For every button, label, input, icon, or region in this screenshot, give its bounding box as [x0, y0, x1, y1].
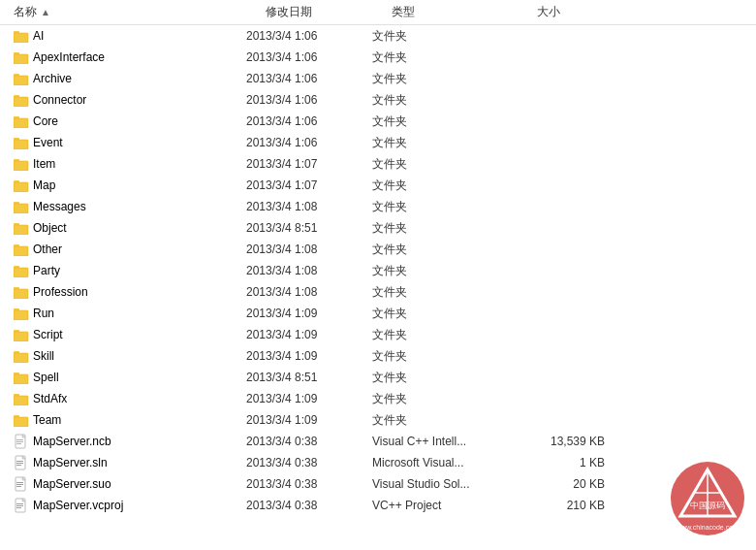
file-name: Core: [14, 114, 246, 128]
file-name: Connector: [14, 93, 246, 107]
file-date: 2013/3/4 1:06: [246, 114, 372, 128]
folder-icon: [14, 243, 29, 256]
file-date: 2013/3/4 1:07: [246, 178, 372, 192]
file-icon: [14, 434, 29, 449]
file-size: 210 KB: [518, 499, 614, 512]
file-type: 文件夹: [372, 370, 518, 386]
folder-icon: [14, 93, 29, 107]
list-item[interactable]: Map 2013/3/4 1:07 文件夹: [0, 175, 756, 196]
file-name: MapServer.suo: [14, 476, 246, 492]
folder-icon: [14, 413, 29, 427]
file-name: Archive: [14, 72, 246, 85]
file-date: 2013/3/4 1:08: [246, 264, 372, 277]
file-date: 2013/3/4 1:06: [246, 29, 372, 43]
file-size: 20 KB: [518, 477, 614, 491]
list-item[interactable]: Connector 2013/3/4 1:06 文件夹: [0, 89, 756, 111]
file-name: Item: [14, 157, 246, 171]
list-item[interactable]: StdAfx 2013/3/4 1:09 文件夹: [0, 388, 756, 409]
svg-rect-32: [14, 246, 28, 256]
list-item[interactable]: Event 2013/3/4 1:06 文件夹: [0, 132, 756, 153]
svg-rect-17: [14, 140, 28, 149]
file-type: Visual Studio Sol...: [372, 477, 518, 491]
file-name: Other: [14, 243, 246, 256]
svg-rect-53: [14, 396, 28, 405]
col-type-header[interactable]: 类型: [392, 4, 537, 20]
col-name-header[interactable]: 名称 ▲: [14, 4, 266, 20]
folder-icon: [14, 200, 29, 213]
folder-icon: [14, 50, 29, 64]
file-type: 文件夹: [372, 412, 518, 429]
folder-icon: [14, 307, 29, 320]
svg-rect-44: [14, 332, 28, 341]
file-date: 2013/3/4 1:09: [246, 413, 372, 427]
folder-icon: [14, 157, 29, 171]
folder-icon: [14, 328, 29, 341]
file-name: AI: [14, 29, 246, 43]
file-name: MapServer.sln: [14, 455, 246, 470]
list-item[interactable]: Spell 2013/3/4 8:51 文件夹: [0, 367, 756, 388]
svg-rect-66: [16, 465, 21, 466]
list-item[interactable]: Script 2013/3/4 1:09 文件夹: [0, 324, 756, 345]
list-item[interactable]: Run 2013/3/4 1:09 文件夹: [0, 303, 756, 324]
svg-rect-47: [14, 353, 28, 363]
folder-icon: [14, 349, 29, 363]
svg-rect-69: [16, 482, 23, 483]
list-item[interactable]: MapServer.ncb 2013/3/4 0:38 Visual C++ I…: [0, 431, 756, 452]
col-size-header[interactable]: 大小: [537, 4, 634, 20]
file-explorer: 名称 ▲ 修改日期 类型 大小 AI 2013/3/4 1:06 文件夹 Ape…: [0, 0, 756, 550]
file-type: 文件夹: [372, 284, 518, 301]
file-name: Team: [14, 413, 246, 427]
file-name: StdAfx: [14, 392, 246, 405]
folder-icon: [14, 221, 29, 235]
file-list: AI 2013/3/4 1:06 文件夹 ApexInterface 2013/…: [0, 25, 756, 548]
folder-icon: [14, 178, 29, 192]
list-item[interactable]: Archive 2013/3/4 1:06 文件夹: [0, 68, 756, 89]
file-name: Object: [14, 221, 246, 235]
file-type: 文件夹: [372, 113, 518, 130]
list-item[interactable]: Item 2013/3/4 1:07 文件夹: [0, 153, 756, 175]
file-type: 文件夹: [372, 156, 518, 173]
svg-rect-38: [14, 289, 28, 299]
folder-icon: [14, 114, 29, 128]
list-item[interactable]: MapServer.suo 2013/3/4 0:38 Visual Studi…: [0, 473, 756, 495]
file-date: 2013/3/4 8:51: [246, 371, 372, 384]
file-size: 13,539 KB: [518, 435, 614, 448]
list-item[interactable]: Core 2013/3/4 1:06 文件夹: [0, 111, 756, 132]
svg-rect-41: [14, 310, 28, 320]
file-date: 2013/3/4 1:09: [246, 328, 372, 341]
file-name: MapServer.ncb: [14, 434, 246, 449]
svg-rect-70: [16, 484, 23, 485]
svg-rect-20: [14, 161, 28, 171]
list-item[interactable]: Team 2013/3/4 1:09 文件夹: [0, 409, 756, 431]
list-item[interactable]: Skill 2013/3/4 1:09 文件夹: [0, 345, 756, 367]
svg-rect-23: [14, 182, 28, 192]
file-type: 文件夹: [372, 348, 518, 365]
col-date-header[interactable]: 修改日期: [266, 4, 392, 20]
folder-icon: [14, 371, 29, 384]
file-type: 文件夹: [372, 263, 518, 279]
file-type: 文件夹: [372, 199, 518, 215]
file-date: 2013/3/4 8:51: [246, 221, 372, 235]
list-item[interactable]: MapServer.sln 2013/3/4 0:38 Microsoft Vi…: [0, 452, 756, 473]
svg-rect-65: [16, 463, 23, 464]
file-type: 文件夹: [372, 135, 518, 151]
file-name: Party: [14, 264, 246, 277]
svg-rect-60: [16, 441, 23, 442]
list-item[interactable]: AI 2013/3/4 1:06 文件夹: [0, 25, 756, 47]
file-type: 文件夹: [372, 220, 518, 237]
file-name: Map: [14, 178, 246, 192]
list-item[interactable]: MapServer.vcproj 2013/3/4 0:38 VC++ Proj…: [0, 495, 756, 516]
file-date: 2013/3/4 1:06: [246, 93, 372, 107]
svg-rect-56: [14, 417, 28, 427]
list-item[interactable]: Profession 2013/3/4 1:08 文件夹: [0, 281, 756, 303]
file-date: 2013/3/4 1:08: [246, 243, 372, 256]
file-date: 2013/3/4 1:09: [246, 392, 372, 405]
list-item[interactable]: Party 2013/3/4 1:08 文件夹: [0, 260, 756, 281]
svg-rect-61: [16, 443, 21, 444]
list-item[interactable]: Object 2013/3/4 8:51 文件夹: [0, 217, 756, 239]
sort-arrow-icon: ▲: [41, 7, 50, 17]
list-item[interactable]: ApexInterface 2013/3/4 1:06 文件夹: [0, 47, 756, 68]
list-item[interactable]: Other 2013/3/4 1:08 文件夹: [0, 239, 756, 260]
folder-icon: [14, 285, 29, 299]
list-item[interactable]: Messages 2013/3/4 1:08 文件夹: [0, 196, 756, 217]
